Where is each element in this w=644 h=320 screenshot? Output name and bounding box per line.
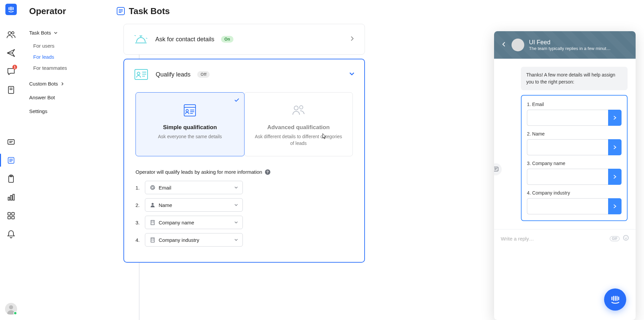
chat-back-button[interactable] [501,41,507,49]
field-select-label: Email [159,185,171,191]
card-ask-contact[interactable]: Ask for contact details On [123,24,365,55]
qualification-options: Simple qualification Ask everyone the sa… [136,92,353,156]
bell-icon [6,229,16,239]
card-contact-badge: On [221,36,233,43]
svg-rect-24 [8,216,10,219]
chat-field-industry-input[interactable] [527,198,608,214]
svg-point-42 [294,106,298,110]
emoji-icon [623,235,629,241]
clipboard-icon [6,174,16,183]
contact-card-icon [133,67,149,82]
page-header: Task Bots [108,0,644,22]
svg-point-57 [625,237,626,237]
rail-messages[interactable] [0,132,22,151]
rail-articles[interactable] [0,81,22,99]
field-type-icon [150,202,155,208]
emoji-button[interactable] [623,235,629,242]
rail-apps[interactable] [0,206,22,225]
chat-field-industry-label: 4. Company industry [527,190,622,196]
svg-rect-52 [152,238,152,239]
chevron-left-icon [501,41,507,47]
gif-button[interactable]: GIF [610,236,620,241]
chat-subtitle: The team typically replies in a few minu… [529,46,629,51]
field-select-label: Company industry [159,237,199,243]
rail-people[interactable] [0,25,22,44]
chevron-right-icon [612,204,617,209]
chevron-right-icon [612,174,617,179]
svg-rect-51 [151,238,154,242]
card-qualify-leads: Qualify leads Off [123,59,365,263]
qualify-field-row: 2. Name [136,198,353,212]
nav-for-teammates[interactable]: For teammates [29,62,101,73]
chat-reply-input[interactable]: Write a reply… [501,236,606,242]
svg-point-56 [624,235,629,241]
rail-inbox[interactable]: 1 [0,62,22,81]
nav-answer-bot[interactable]: Answer Bot [29,91,101,104]
svg-point-43 [300,106,303,109]
svg-rect-64 [615,296,616,301]
svg-rect-53 [153,238,154,239]
bar-chart-icon [6,193,16,202]
option-simple-qualification[interactable]: Simple qualification Ask everyone the sa… [136,92,245,156]
field-select[interactable]: Name [145,198,243,212]
rail-reports[interactable] [0,188,22,206]
nav-settings[interactable]: Settings [29,104,101,118]
option-advanced-qualification[interactable]: Advanced qualification Ask different det… [244,92,353,156]
chat-field-company-input[interactable] [527,169,608,185]
selected-check-icon [234,97,239,104]
chat-field-email-submit[interactable] [608,110,622,126]
svg-point-45 [152,203,154,205]
field-select[interactable]: Company name [145,216,243,229]
nav-for-leads[interactable]: For leads [29,51,101,62]
rail-clipboard[interactable] [0,169,22,188]
nav-task-bots-label: Task Bots [29,30,51,36]
chat-launcher[interactable] [604,288,626,311]
apps-icon [6,211,16,220]
sidebar: Operator Task Bots For users For leads F… [22,0,108,320]
svg-point-5 [11,32,14,34]
svg-rect-19 [8,197,9,200]
chat-field-industry-submit[interactable] [608,198,622,214]
svg-rect-10 [8,140,14,144]
nav-for-users[interactable]: For users [29,40,101,51]
nav-custom-bots[interactable]: Custom Bots [29,77,101,91]
qualify-section-label: Operator will qualify leads by asking fo… [136,169,353,175]
svg-point-32 [137,72,140,75]
svg-rect-50 [153,222,154,223]
svg-rect-0 [8,7,9,10]
chat-field-company-submit[interactable] [608,169,622,185]
card-qualify-header[interactable]: Qualify leads Off [124,59,364,90]
chat-field-email-input[interactable] [527,110,608,126]
field-select[interactable]: Company industry [145,233,243,247]
svg-rect-54 [152,240,152,241]
task-bots-header-icon [117,7,125,15]
field-select[interactable]: Email [145,181,243,194]
chat-footer: Write a reply… GIF [494,229,636,248]
content-area: Ask for contact details On Qualify leads… [108,22,644,320]
nav-task-bots[interactable]: Task Bots [29,30,101,36]
chat-form: 1. Email 2. Name [521,95,628,221]
presence-indicator [13,311,17,315]
card-ask-contact-header[interactable]: Ask for contact details On [124,24,365,54]
send-icon [6,48,16,58]
people-icon [6,30,16,39]
caret-down-icon [234,219,238,225]
option-simple-desc: Ask everyone the same details [144,134,236,140]
rail-notifications[interactable] [0,225,22,243]
user-avatar[interactable] [5,303,17,315]
rail-send[interactable] [0,44,22,62]
chat-field-name-input[interactable] [527,139,608,155]
rail-operator[interactable] [0,151,22,169]
qualify-field-row: 3. Company name [136,216,353,229]
chat-field-name-label: 2. Name [527,131,622,137]
concierge-bell-icon [133,32,149,46]
chat-title: UI Feed [529,39,629,46]
svg-rect-49 [152,222,152,223]
chevron-down-icon [54,31,58,35]
app-logo[interactable] [5,4,17,15]
field-select-label: Company name [159,220,194,225]
help-icon[interactable]: ? [265,169,270,175]
option-simple-title: Simple qualification [144,124,236,131]
chat-field-name-submit[interactable] [608,139,622,155]
chevron-right-icon [349,36,355,42]
